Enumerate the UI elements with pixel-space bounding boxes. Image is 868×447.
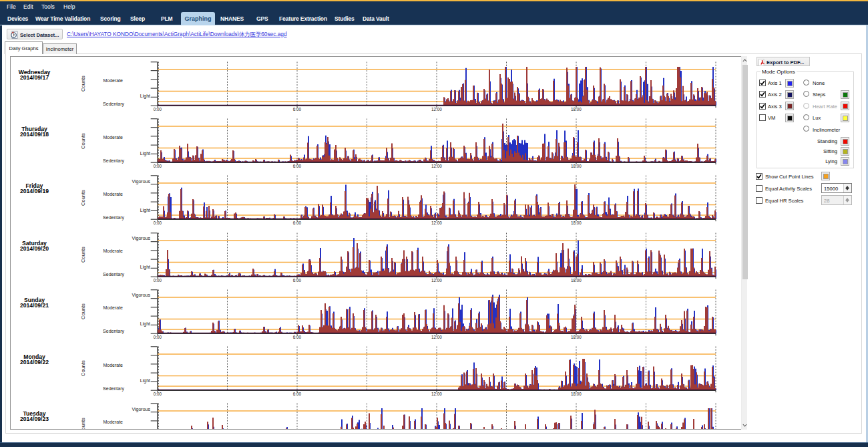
svg-text:18:00: 18:00 <box>571 278 582 283</box>
svg-text:18:00: 18:00 <box>571 107 582 112</box>
svg-text:0:00: 0:00 <box>154 164 162 168</box>
svg-text:18:00: 18:00 <box>571 392 582 396</box>
svg-text:6:00: 6:00 <box>293 392 302 396</box>
svg-text:0:00: 0:00 <box>154 392 162 396</box>
svg-text:6:00: 6:00 <box>293 220 302 225</box>
svg-text:12:00: 12:00 <box>431 278 442 283</box>
svg-text:0:00: 0:00 <box>154 335 162 339</box>
svg-text:18:00: 18:00 <box>571 220 582 225</box>
svg-text:0:00: 0:00 <box>154 220 162 225</box>
svg-text:6:00: 6:00 <box>293 164 302 168</box>
svg-text:6:00: 6:00 <box>293 107 302 112</box>
svg-text:18:00: 18:00 <box>571 164 582 168</box>
svg-text:18:00: 18:00 <box>571 335 582 339</box>
svg-text:6:00: 6:00 <box>293 278 302 283</box>
svg-text:12:00: 12:00 <box>431 107 442 112</box>
svg-text:12:00: 12:00 <box>431 220 442 225</box>
svg-text:12:00: 12:00 <box>431 164 442 168</box>
svg-text:0:00: 0:00 <box>154 278 162 283</box>
svg-text:0:00: 0:00 <box>154 107 162 112</box>
svg-text:12:00: 12:00 <box>431 392 442 396</box>
svg-text:6:00: 6:00 <box>293 335 302 339</box>
svg-text:12:00: 12:00 <box>431 335 442 339</box>
